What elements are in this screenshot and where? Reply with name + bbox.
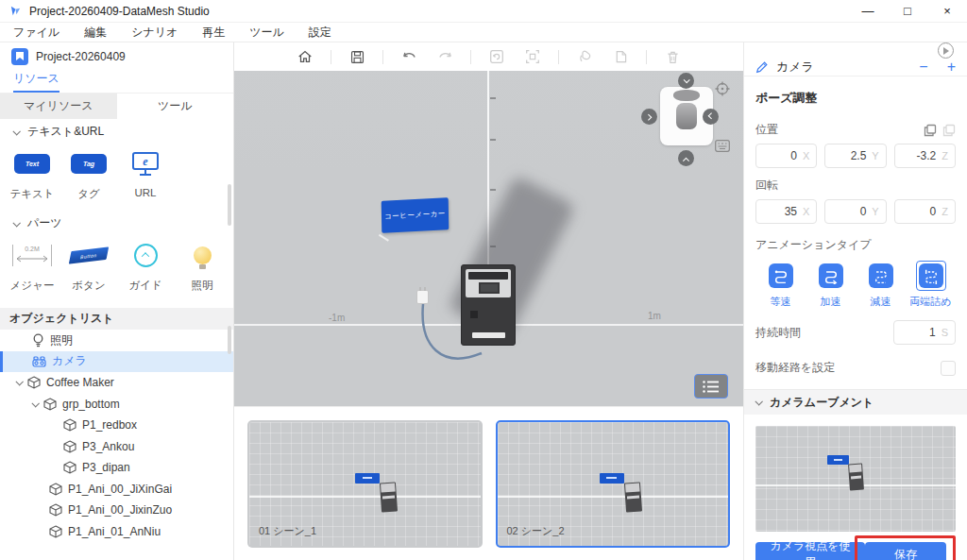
reset-view-icon[interactable] [715,81,730,96]
rotate-down-button[interactable] [678,73,694,89]
toolbar-divider [558,50,559,64]
project-icon [11,48,28,65]
save-camera-button[interactable]: 保存 [865,542,946,560]
tool-url[interactable]: e URL [117,148,174,201]
keyframe-add-button[interactable]: + [947,59,956,75]
object-row-p1-redbox[interactable]: P1_redbox [0,415,233,436]
menu-settings[interactable]: 設定 [309,25,331,41]
close-button[interactable]: × [927,0,967,22]
copy-button[interactable] [574,46,595,67]
object-row-grp-bottom[interactable]: grp_bottom [0,394,233,416]
panel-scrollbar[interactable] [228,184,231,226]
paste-transform-icon[interactable] [942,124,956,137]
copy-transform-icon[interactable] [924,124,937,137]
tool-guide[interactable]: ガイド [117,240,174,293]
shortcut-keys-icon[interactable] [715,140,730,152]
panel-scrollbar[interactable] [228,326,231,354]
menu-tools[interactable]: ツール [249,25,284,41]
frame-select-button[interactable] [522,46,543,67]
scene-thumbnail-2[interactable]: 02 シーン_2 [496,420,731,548]
position-x-input[interactable]: 0 X [755,144,817,168]
chevron-down-icon[interactable] [31,399,39,407]
redo-button[interactable] [434,46,455,67]
section-text-url-header[interactable]: テキスト&URL [0,119,233,144]
rotation-z-input[interactable]: 0 Z [894,199,956,224]
use-camera-view-button[interactable]: カメラ視点を使用 [755,542,865,560]
save-button[interactable] [347,46,367,67]
viewport-toolbar [234,42,743,71]
thumbnail-gridline [498,496,729,498]
path-setting-checkbox[interactable] [941,361,956,376]
rotate-left-button[interactable] [703,109,719,125]
reset-transform-button[interactable] [486,46,507,67]
machine-slot [468,272,508,280]
menu-scenario[interactable]: シナリオ [131,25,178,41]
undo-button[interactable] [399,46,419,67]
coffee-maker-model[interactable] [461,264,516,346]
inspector-title: カメラ [776,59,814,76]
menu-play[interactable]: 再生 [202,25,225,41]
home-button[interactable] [295,46,315,67]
object-row-p3-dipan[interactable]: P3_dipan [0,457,233,479]
section-parts-header[interactable]: パーツ [0,211,233,236]
object-row-p1-ani-00-jixinzuo[interactable]: P1_Ani_00_JixinZuo [0,500,233,521]
subtab-my-resources[interactable]: マイリソース [0,93,117,119]
object-row-light[interactable]: 照明 [0,330,233,351]
anim-option-accelerate[interactable]: 加速 [806,261,856,309]
toolbar-divider [382,50,383,64]
scene-2-label: 02 シーン_2 [507,524,565,538]
parts-items: 0.2M メジャー Button ボタン ガイド 照明 [0,236,233,302]
preview-coffee-maker [848,464,864,491]
edit-pencil-icon[interactable] [755,60,769,74]
tool-light[interactable]: 照明 [174,240,230,293]
object-row-camera[interactable]: カメラ [0,351,233,373]
maximize-button[interactable]: □ [888,0,927,22]
thumbnail-label-tag [355,473,380,484]
menu-bar: ファイル 編集 シナリオ 再生 ツール 設定 [0,23,967,42]
measure-icon: 0.2M [12,245,52,266]
menu-edit[interactable]: 編集 [84,25,107,41]
scene-thumbnail-1[interactable]: 01 シーン_1 [247,420,483,548]
object-row-p3-ankou[interactable]: P3_Ankou [0,436,233,458]
tool-text[interactable]: Text テキスト [4,148,60,201]
scene-list-button[interactable] [694,374,728,399]
url-monitor-icon: e [131,151,160,177]
rotation-label: 回転 [755,178,778,194]
tool-measure[interactable]: 0.2M メジャー [4,240,60,293]
decelerate-icon [869,263,893,288]
tool-tag[interactable]: Tag タグ [60,148,117,201]
camera-movement-header[interactable]: カメラムーブメント [744,389,967,415]
menu-file[interactable]: ファイル [13,25,59,41]
delete-button[interactable] [662,46,683,67]
inspector-panel: カメラ − + ポーズ調整 位置 [743,42,967,560]
rotate-right-button[interactable] [641,109,657,125]
anim-option-ease-both[interactable]: 両端詰め [906,261,956,309]
camera-icon [32,356,46,367]
grid-label-left: -1m [329,313,345,323]
position-z-input[interactable]: -3.2 Z [894,144,956,168]
subtab-tools[interactable]: ツール [117,93,234,119]
machine-hopper [479,282,500,294]
position-label: 位置 [755,122,778,138]
rotation-y-input[interactable]: 0 Y [824,199,886,224]
coffee-maker-label-billboard[interactable]: コーヒーメーカー [382,197,450,233]
3d-viewport[interactable]: -1m 1m コーヒーメーカー [234,71,743,406]
minimize-button[interactable]: — [848,0,888,22]
object-row-coffee-maker[interactable]: Coffee Maker [0,372,233,394]
object-row-p1-ani-01-anniu[interactable]: P1_Ani_01_AnNiu [0,521,233,543]
tool-button[interactable]: Button ボタン [60,240,117,293]
keyframe-remove-button[interactable]: − [919,59,927,75]
duration-input[interactable]: 1 S [893,320,956,345]
rotate-up-button[interactable] [678,150,694,166]
anim-option-constant[interactable]: 等速 [755,261,806,309]
light-bulb-icon [32,333,44,348]
rotation-x-input[interactable]: 35 X [755,199,817,224]
object-row-p1-ani-00-jixingai[interactable]: P1_Ani_00_JiXinGai [0,479,233,501]
position-y-input[interactable]: 2.5 Y [824,144,886,168]
power-plug[interactable] [416,290,429,304]
anim-option-decelerate[interactable]: 減速 [856,261,906,309]
tab-resources[interactable]: リソース [13,71,59,93]
play-button[interactable] [938,42,954,59]
paste-button[interactable] [610,46,631,67]
chevron-down-icon[interactable] [15,378,23,385]
